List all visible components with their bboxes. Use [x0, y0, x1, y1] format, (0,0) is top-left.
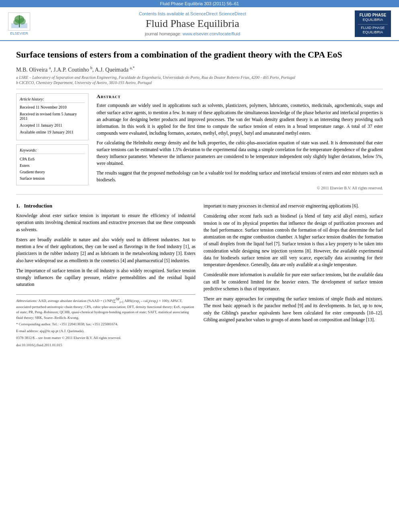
journal-header-center: Contents lists available at ScienceDirec…	[30, 11, 355, 36]
copyright-text: © 2011 Elsevier B.V. All rights reserved…	[97, 186, 383, 190]
affiliation-b: b CICECO, Chemistry Department, Universi…	[16, 80, 383, 85]
affiliations: a LSRE – Laboratory of Separation and Re…	[16, 75, 383, 85]
intro-para-2: Esters are broadly available in nature a…	[16, 236, 195, 264]
revised-date: Received in revised form 5 January 2011	[20, 112, 85, 121]
body-content: 1. Introduction Knowledge about ester su…	[16, 203, 383, 348]
keywords-list: CPA EoS Esters Gradient theory Surface t…	[20, 156, 85, 182]
keyword-4: Surface tension	[20, 175, 85, 182]
corresponding-author-footnote: * Corresponding author. Tel.: +351 22041…	[16, 322, 195, 327]
journal-homepage: journal homepage: www.elsevier.com/locat…	[30, 31, 355, 36]
intro-para-1: Knowledge about ester surface tension is…	[16, 212, 195, 233]
right-para-1: important to many processes in chemical …	[204, 203, 383, 210]
main-content: Surface tensions of esters from a combin…	[0, 41, 399, 356]
authors-line: M.B. Oliveira a, J.A.P. Coutinho b, A.J.…	[16, 66, 383, 73]
accepted-date: Accepted 11 January 2011	[20, 123, 85, 127]
body-left-column: 1. Introduction Knowledge about ester su…	[16, 203, 195, 348]
svg-point-4	[19, 18, 26, 25]
doi-line: doi:10.1016/j.fluid.2011.01.015	[16, 343, 195, 348]
article-history-title: Article history:	[20, 97, 85, 103]
email-footnote: E-mail address: ajq@fe.up.pt (A.J. Queim…	[16, 329, 195, 334]
issn-line: 0378-3812/$ – see front matter © 2011 El…	[16, 335, 195, 341]
footnotes-section: Abbreviations: AAD, average absolute dev…	[16, 294, 195, 348]
section-title-text: Introduction	[24, 203, 53, 209]
available-date: Available online 19 January 2011	[20, 130, 85, 134]
keywords-box: Keywords: CPA EoS Esters Gradient theory…	[16, 144, 88, 185]
banner-text: Fluid Phase Equilibria 303 (2011) 56–61	[160, 1, 239, 6]
abstract-column: Abstract Ester compounds are widely used…	[97, 93, 383, 190]
abstract-text: Ester compounds are widely used in appli…	[97, 102, 383, 183]
abbreviations-footnote: Abbreviations: AAD, average absolute dev…	[16, 297, 195, 321]
abstract-para-1: Ester compounds are widely used in appli…	[97, 102, 383, 137]
top-banner: Fluid Phase Equilibria 303 (2011) 56–61	[0, 0, 399, 7]
abstract-para-3: The results suggest that the proposed me…	[97, 170, 383, 184]
right-para-3: Considerable more information is availab…	[204, 271, 383, 292]
sciencedirect-link[interactable]: ScienceDirect	[219, 11, 246, 16]
introduction-heading: 1. Introduction	[16, 203, 195, 209]
section-divider	[16, 194, 383, 195]
right-para-2: Considering other recent fuels such as b…	[204, 213, 383, 268]
journal-homepage-link[interactable]: www.elsevier.com/locate/fluid	[183, 31, 240, 36]
journal-title: Fluid Phase Equilibria	[30, 18, 355, 30]
fluid-phase-logo-box: FLUID PHASE EQUILIBRIA FLUID PHASE EQUIL…	[355, 10, 391, 37]
abstract-para-2: For calculating the Helmholtz energy den…	[97, 140, 383, 167]
article-title: Surface tensions of esters from a combin…	[16, 49, 383, 61]
abstract-title: Abstract	[97, 93, 383, 100]
affiliation-a: a LSRE – Laboratory of Separation and Re…	[16, 75, 383, 80]
header-divider	[16, 89, 383, 89]
received-date: Received 11 November 2010	[20, 105, 85, 109]
keyword-1: CPA EoS	[20, 156, 85, 162]
article-info-box: Article history: Received 11 November 20…	[16, 93, 88, 140]
sciencedirect-info: Contents lists available at ScienceDirec…	[30, 11, 355, 16]
keyword-3: Gradient theory	[20, 169, 85, 175]
intro-para-3: The importance of surface tension in the…	[16, 267, 195, 288]
right-para-4: There are many approaches for computing …	[204, 296, 383, 323]
keyword-2: Esters	[20, 162, 85, 169]
info-abstract-row: Article history: Received 11 November 20…	[16, 93, 383, 190]
journal-header: ELSEVIER Contents lists available at Sci…	[0, 7, 399, 41]
elsevier-label: ELSEVIER	[10, 31, 28, 35]
elsevier-tree-icon	[8, 12, 30, 31]
body-right-column: important to many processes in chemical …	[204, 203, 383, 348]
keywords-title: Keywords:	[20, 148, 85, 154]
elsevier-logo: ELSEVIER	[8, 12, 30, 35]
section-number: 1.	[16, 203, 20, 209]
article-info-column: Article history: Received 11 November 20…	[16, 93, 88, 190]
